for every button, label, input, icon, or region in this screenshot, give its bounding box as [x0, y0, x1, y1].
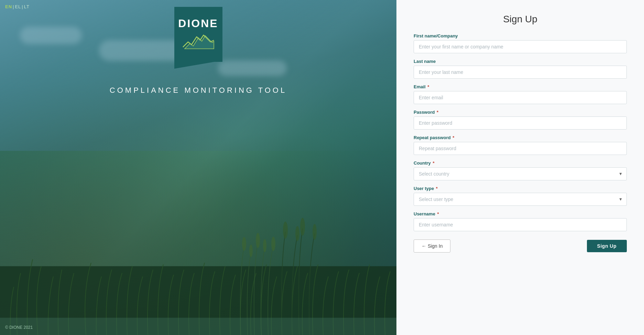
sign-in-button[interactable]: ← Sign In [414, 239, 450, 253]
first-name-group: First name/Company [414, 33, 627, 53]
svg-point-8 [295, 226, 299, 241]
last-name-input[interactable] [414, 66, 627, 79]
logo-graphic [181, 32, 216, 51]
lang-el[interactable]: EL [15, 4, 21, 9]
first-name-input[interactable] [414, 40, 627, 53]
country-label: Country * [414, 160, 627, 166]
sign-up-button[interactable]: Sign Up [587, 240, 627, 252]
email-label: Email * [414, 84, 627, 89]
repeat-password-group: Repeat password * [414, 135, 627, 155]
email-input[interactable] [414, 91, 627, 104]
svg-point-2 [242, 237, 246, 251]
password-input[interactable] [414, 116, 627, 130]
last-name-label: Last name [414, 59, 627, 64]
svg-point-5 [263, 239, 266, 252]
lang-en[interactable]: EN [5, 4, 12, 9]
language-bar: EN|EL|LT [5, 4, 30, 9]
user-type-select[interactable]: Select user type Admin Farmer Inspector … [414, 193, 627, 206]
country-select[interactable]: Select country United States United King… [414, 167, 627, 180]
svg-point-3 [249, 245, 253, 257]
username-group: Username * [414, 211, 627, 231]
user-type-group: User type * Select user type Admin Farme… [414, 186, 627, 206]
username-input[interactable] [414, 218, 627, 231]
tagline: COMPLIANCE MONITORING TOOL [110, 86, 287, 95]
copyright: © DIONE 2021 [5, 325, 33, 330]
svg-point-10 [313, 224, 317, 240]
user-type-select-wrapper: Select user type Admin Farmer Inspector … [414, 193, 627, 206]
svg-point-9 [300, 218, 305, 236]
cloud-2 [99, 40, 185, 61]
repeat-password-input[interactable] [414, 142, 627, 155]
password-label: Password * [414, 110, 627, 115]
cloud-1 [20, 27, 82, 44]
logo-inner: DIONE [178, 17, 218, 52]
last-name-group: Last name [414, 59, 627, 79]
cloud-3 [218, 60, 287, 76]
svg-point-4 [256, 233, 260, 248]
svg-point-7 [283, 222, 288, 239]
email-group: Email * [414, 84, 627, 104]
password-group: Password * [414, 110, 627, 130]
right-panel: Sign Up First name/Company Last name Ema… [396, 0, 644, 335]
logo-box: DIONE [174, 7, 222, 62]
user-type-label: User type * [414, 186, 627, 191]
lang-lt[interactable]: LT [24, 4, 30, 9]
country-select-wrapper: Select country United States United King… [414, 167, 627, 180]
form-actions: ← Sign In Sign Up [414, 239, 627, 253]
country-group: Country * Select country United States U… [414, 160, 627, 180]
username-label: Username * [414, 211, 627, 216]
logo-container: DIONE [174, 7, 222, 62]
svg-point-6 [271, 237, 275, 251]
grass-svg [0, 117, 396, 335]
first-name-label: First name/Company [414, 33, 627, 38]
repeat-password-label: Repeat password * [414, 135, 627, 140]
logo-text: DIONE [178, 17, 218, 30]
form-title: Sign Up [414, 14, 627, 25]
left-panel: EN|EL|LT DIONE COMPLIANCE MONITORING TOO… [0, 0, 396, 335]
svg-rect-11 [0, 318, 396, 335]
